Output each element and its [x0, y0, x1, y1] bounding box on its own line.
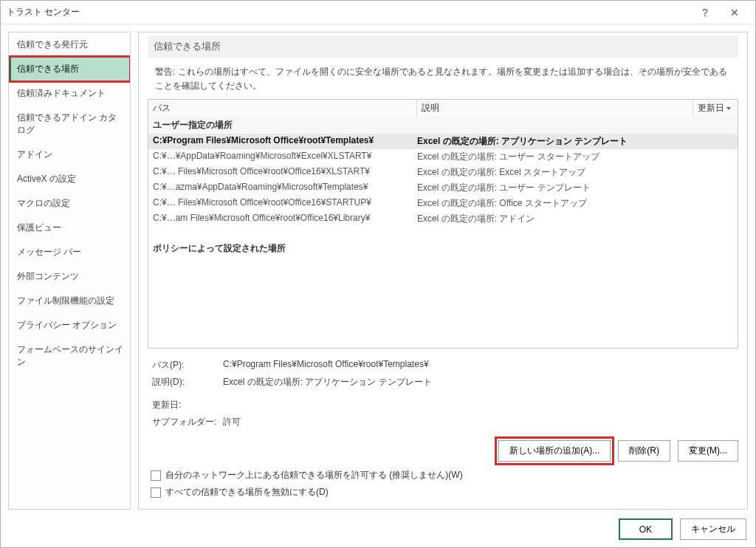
cell-desc: Excel の既定の場所: ユーザー テンプレート: [417, 182, 733, 194]
ok-button[interactable]: OK: [619, 518, 673, 540]
disable-all-checkbox[interactable]: すべての信頼できる場所を無効にする(D): [151, 486, 735, 499]
sidebar-item-trusted-addin-catalogs[interactable]: 信頼できるアドイン カタログ: [9, 106, 130, 143]
checkbox-icon: [151, 487, 161, 498]
sidebar-item-addins[interactable]: アドイン: [9, 143, 130, 167]
dialog-footer: OK キャンセル: [1, 513, 755, 547]
col-date[interactable]: 更新日: [693, 100, 738, 117]
sidebar-item-activex[interactable]: ActiveX の設定: [9, 167, 130, 191]
help-icon[interactable]: ?: [690, 7, 720, 18]
cell-path: C:¥…azma¥AppData¥Roaming¥Microsoft¥Templ…: [153, 182, 417, 194]
titlebar: トラスト センター ? ✕: [1, 1, 755, 24]
detail-date-label: 更新日:: [152, 399, 223, 411]
group-user: ユーザー指定の場所: [148, 117, 738, 134]
allow-network-checkbox[interactable]: 自分のネットワーク上にある信頼できる場所を許可する (推奨しません)(W): [151, 469, 735, 482]
table-row[interactable]: C:¥…azma¥AppData¥Roaming¥Microsoft¥Templ…: [148, 180, 738, 196]
modify-button[interactable]: 変更(M)...: [678, 440, 738, 462]
table-row[interactable]: C:¥…¥AppData¥Roaming¥Microsoft¥Excel¥XLS…: [148, 149, 738, 165]
allow-network-label: 自分のネットワーク上にある信頼できる場所を許可する (推奨しません)(W): [165, 469, 463, 482]
sidebar-item-external-content[interactable]: 外部コンテンツ: [9, 264, 130, 289]
details-panel: パス(P): C:¥Program Files¥Microsoft Office…: [148, 359, 738, 433]
cell-desc: Excel の既定の場所: ユーザー スタートアップ: [417, 151, 733, 163]
sidebar-item-protected-view[interactable]: 保護ビュー: [9, 216, 130, 240]
detail-sub-value: 許可: [223, 416, 734, 428]
table-row[interactable]: C:¥Program Files¥Microsoft Office¥root¥T…: [148, 134, 738, 149]
remove-button[interactable]: 削除(R): [618, 440, 670, 462]
col-path[interactable]: パス: [148, 100, 417, 117]
cell-desc: Excel の既定の場所: Excel スタートアップ: [417, 166, 733, 179]
table-header: パス 説明 更新日: [148, 100, 738, 117]
table-row[interactable]: C:¥…am Files¥Microsoft Office¥root¥Offic…: [148, 211, 738, 227]
detail-path-value: C:¥Program Files¥Microsoft Office¥root¥T…: [223, 359, 734, 371]
add-location-button[interactable]: 新しい場所の追加(A)...: [498, 440, 611, 462]
col-desc[interactable]: 説明: [417, 100, 693, 117]
main-panel: 信頼できる場所 警告: これらの場所はすべて、ファイルを開くのに安全な場所である…: [138, 32, 748, 510]
table-row[interactable]: C:¥… Files¥Microsoft Office¥root¥Office1…: [148, 165, 738, 180]
group-policy: ポリシーによって設定された場所: [148, 240, 738, 257]
col-date-label: 更新日: [698, 102, 724, 114]
cancel-button[interactable]: キャンセル: [680, 518, 746, 540]
sidebar-item-trusted-documents[interactable]: 信頼済みドキュメント: [9, 81, 130, 106]
disable-all-label: すべての信頼できる場所を無効にする(D): [165, 486, 329, 499]
cell-desc: Excel の既定の場所: アプリケーション テンプレート: [417, 135, 733, 148]
locations-table: パス 説明 更新日 ユーザー指定の場所 C:¥Program Files¥Mic…: [148, 99, 738, 349]
action-buttons: 新しい場所の追加(A)... 削除(R) 変更(M)...: [148, 440, 738, 462]
table-body: ユーザー指定の場所 C:¥Program Files¥Microsoft Off…: [148, 117, 738, 349]
close-icon[interactable]: ✕: [720, 7, 749, 18]
detail-date-value: [223, 399, 734, 411]
detail-sub-label: サブフォルダー:: [152, 416, 223, 428]
sidebar-item-privacy[interactable]: プライバシー オプション: [9, 313, 130, 338]
detail-desc-label: 説明(D):: [152, 376, 223, 388]
warning-text: 警告: これらの場所はすべて、ファイルを開くのに安全な場所であると見なされます。…: [148, 65, 738, 99]
sidebar-item-message-bar[interactable]: メッセージ バー: [9, 240, 130, 264]
cell-path: C:¥…am Files¥Microsoft Office¥root¥Offic…: [153, 213, 417, 225]
section-title: 信頼できる場所: [148, 35, 738, 58]
trust-center-dialog: トラスト センター ? ✕ 信頼できる発行元 信頼できる場所 信頼済みドキュメン…: [0, 0, 756, 548]
table-row[interactable]: C:¥… Files¥Microsoft Office¥root¥Office1…: [148, 196, 738, 211]
cell-path: C:¥… Files¥Microsoft Office¥root¥Office1…: [153, 197, 417, 210]
window-title: トラスト センター: [7, 6, 690, 18]
sort-dropdown-icon: [726, 106, 732, 112]
cell-desc: Excel の既定の場所: アドイン: [417, 213, 733, 225]
sidebar-item-file-block[interactable]: ファイル制限機能の設定: [9, 289, 130, 313]
sidebar-item-trusted-locations[interactable]: 信頼できる場所: [9, 57, 130, 81]
cell-path: C:¥Program Files¥Microsoft Office¥root¥T…: [153, 135, 417, 148]
sidebar: 信頼できる発行元 信頼できる場所 信頼済みドキュメント 信頼できるアドイン カタ…: [8, 32, 131, 510]
cell-desc: Excel の既定の場所: Office スタートアップ: [417, 197, 733, 210]
cell-path: C:¥…¥AppData¥Roaming¥Microsoft¥Excel¥XLS…: [153, 151, 417, 163]
sidebar-item-form-signin[interactable]: フォームベースのサインイン: [9, 338, 130, 374]
sidebar-item-macro[interactable]: マクロの設定: [9, 191, 130, 216]
cell-path: C:¥… Files¥Microsoft Office¥root¥Office1…: [153, 166, 417, 179]
detail-path-label: パス(P):: [152, 359, 223, 371]
checkbox-icon: [151, 470, 161, 481]
detail-desc-value: Excel の既定の場所: アプリケーション テンプレート: [223, 376, 734, 388]
checkboxes: 自分のネットワーク上にある信頼できる場所を許可する (推奨しません)(W) すべ…: [148, 469, 738, 503]
sidebar-item-trusted-publishers[interactable]: 信頼できる発行元: [9, 32, 130, 57]
